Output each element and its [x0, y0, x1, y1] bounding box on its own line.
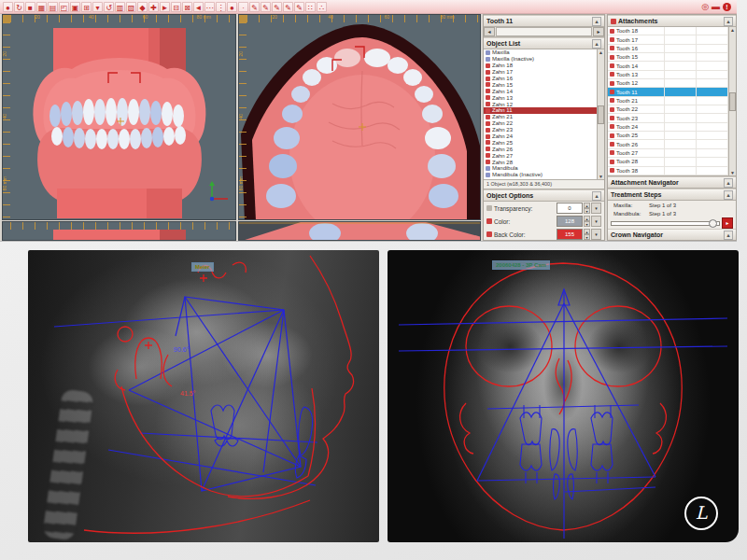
- collapse-icon[interactable]: ▴: [592, 191, 601, 201]
- slider-left-arrow[interactable]: ◂: [484, 27, 495, 36]
- attachment-cell[interactable]: [665, 79, 697, 87]
- object-list-item[interactable]: Zahn 28: [484, 159, 598, 165]
- attachment-cell[interactable]: [665, 53, 697, 61]
- attachment-row[interactable]: Tooth 28: [608, 158, 729, 166]
- attachment-cell[interactable]: [697, 88, 728, 95]
- attachment-cell[interactable]: [697, 132, 728, 139]
- attachment-cell[interactable]: [665, 140, 697, 147]
- attachment-cell[interactable]: [697, 27, 728, 35]
- attachment-row[interactable]: Tooth 16: [608, 45, 729, 53]
- save-icon[interactable]: ▣: [70, 2, 80, 12]
- object-list-item[interactable]: Mandibula: [484, 165, 598, 172]
- option-value-field[interactable]: 128: [557, 216, 583, 227]
- object-list-item[interactable]: Zahn 13: [484, 94, 598, 101]
- attachment-cell[interactable]: [697, 53, 728, 61]
- viewport-menu-icon[interactable]: [3, 15, 10, 22]
- object-list-item[interactable]: Zahn 27: [484, 152, 598, 159]
- object-list-item[interactable]: Zahn 22: [484, 120, 598, 127]
- attachment-cell[interactable]: [697, 71, 728, 78]
- pen-icon-1[interactable]: ✎: [249, 2, 260, 12]
- object-list-scrollbar[interactable]: ▲▼: [597, 49, 604, 179]
- treatment-slider-thumb[interactable]: [709, 219, 717, 228]
- spinner[interactable]: ▴▾: [584, 229, 590, 240]
- dropdown-icon[interactable]: ▾: [92, 2, 103, 12]
- frame-icon[interactable]: ⊞: [81, 2, 92, 12]
- attachment-row[interactable]: Tooth 13: [608, 71, 729, 79]
- attachment-cell[interactable]: [665, 167, 697, 175]
- info-icon[interactable]: !: [723, 3, 731, 11]
- object-list-item[interactable]: Mandibula (Inactive): [484, 172, 598, 178]
- attachment-cell[interactable]: [665, 97, 697, 105]
- attachment-cell[interactable]: [697, 123, 728, 131]
- attachment-row[interactable]: Tooth 15: [608, 53, 729, 62]
- pen-icon-3[interactable]: ✎: [272, 2, 282, 12]
- pen-icon-4[interactable]: ✎: [283, 2, 293, 12]
- folder-icon[interactable]: ◰: [59, 2, 69, 12]
- attachment-row[interactable]: Tooth 27: [608, 149, 729, 158]
- table-icon[interactable]: ▤: [48, 2, 58, 12]
- object-list-item[interactable]: Zahn 17: [484, 69, 598, 76]
- attachment-row[interactable]: Tooth 22: [608, 105, 729, 114]
- attachment-row[interactable]: Tooth 21: [608, 97, 729, 105]
- attachment-cell[interactable]: [665, 45, 697, 52]
- object-list-item[interactable]: Zahn 24: [484, 133, 598, 140]
- record-icon[interactable]: ●: [3, 2, 13, 12]
- add-icon[interactable]: ✚: [148, 2, 159, 12]
- collapse-icon[interactable]: ▴: [592, 17, 601, 26]
- pen-icon-2[interactable]: ✎: [261, 2, 271, 12]
- minimize-icon[interactable]: ▬: [712, 2, 720, 11]
- attachment-row[interactable]: Tooth 11: [608, 88, 729, 96]
- attachment-cell[interactable]: [665, 105, 697, 113]
- attachment-cell[interactable]: [665, 35, 697, 43]
- attachment-cell[interactable]: [665, 62, 697, 69]
- attachment-cell[interactable]: [665, 27, 697, 35]
- attachment-cell[interactable]: [697, 35, 728, 43]
- slider-right-arrow[interactable]: ▸: [593, 27, 604, 36]
- dropdown-button[interactable]: ▾: [591, 229, 601, 240]
- scatter-icon[interactable]: ⋯: [204, 2, 215, 12]
- treatment-slider-track[interactable]: [611, 221, 720, 226]
- attachment-cell[interactable]: [665, 123, 697, 131]
- object-list-item[interactable]: Zahn 18: [484, 63, 598, 69]
- viewport-occlusal-3d[interactable]: 20406080 mm 204060 mm: [238, 14, 481, 220]
- attachment-cell[interactable]: [665, 114, 697, 121]
- spinner[interactable]: ▴▾: [584, 203, 590, 214]
- group-icon[interactable]: ⊟: [171, 2, 181, 12]
- viewport-occlusal-lower-partial[interactable]: [238, 221, 481, 241]
- object-list-item[interactable]: Zahn 23: [484, 127, 598, 133]
- dropdown-button[interactable]: ▾: [591, 203, 601, 214]
- refresh-icon[interactable]: ↻: [14, 2, 24, 12]
- spinner[interactable]: ▴▾: [584, 216, 590, 227]
- attachments-scrollbar[interactable]: ▲▼: [728, 27, 736, 175]
- attachment-cell[interactable]: [665, 71, 697, 78]
- viewport-frontal-lower-partial[interactable]: [2, 221, 236, 241]
- collapse-icon[interactable]: ▴: [724, 17, 733, 26]
- collapse-icon[interactable]: ▴: [724, 231, 733, 240]
- attachment-row[interactable]: Tooth 26: [608, 140, 729, 148]
- attachment-cell[interactable]: [665, 149, 697, 157]
- viewport-frontal-3d[interactable]: 20406080 mm 204060 mm: [2, 14, 236, 220]
- object-list-item[interactable]: Maxilla: [484, 49, 598, 56]
- option-value-field[interactable]: 155: [557, 229, 583, 240]
- play-step-button[interactable]: ▸: [722, 217, 733, 229]
- attachment-row[interactable]: Tooth 12: [608, 79, 729, 88]
- object-list-item[interactable]: Zahn 11: [484, 107, 598, 114]
- slider-track[interactable]: [496, 27, 592, 36]
- attachment-cell[interactable]: [697, 114, 728, 121]
- attachment-cell[interactable]: [665, 88, 697, 95]
- object-list-item[interactable]: Zahn 38: [484, 178, 598, 179]
- attachment-row[interactable]: Tooth 17: [608, 35, 729, 44]
- object-list-item[interactable]: Zahn 16: [484, 76, 598, 82]
- attachment-cell[interactable]: [697, 105, 728, 113]
- attachment-cell[interactable]: [697, 167, 728, 175]
- collapse-icon[interactable]: ▴: [724, 178, 733, 188]
- attachment-cell[interactable]: [697, 97, 728, 105]
- object-list-item[interactable]: Zahn 12: [484, 101, 598, 107]
- rotate-icon[interactable]: ↺: [104, 2, 114, 12]
- solid-square-icon[interactable]: ■: [25, 2, 35, 12]
- molecule-icon[interactable]: ∴: [317, 2, 327, 12]
- ungroup-icon[interactable]: ⊠: [182, 2, 192, 12]
- attachment-row[interactable]: Tooth 24: [608, 123, 729, 132]
- grid-icon[interactable]: ▦: [36, 2, 47, 12]
- search-icon[interactable]: ◎: [701, 2, 709, 11]
